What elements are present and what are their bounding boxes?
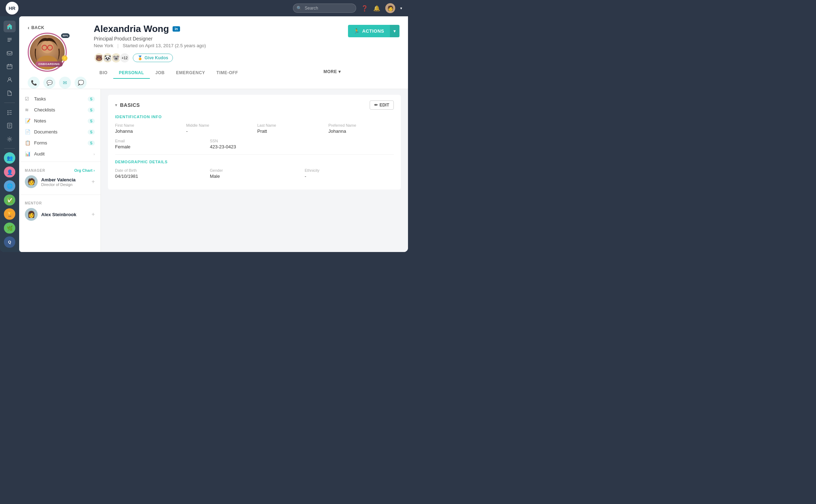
- panel-item-notes[interactable]: 📝 Notes 5: [19, 115, 100, 126]
- tab-personal[interactable]: PERSONAL: [113, 67, 150, 79]
- bell-icon[interactable]: 🔔: [373, 5, 380, 12]
- edit-button[interactable]: ✏ EDIT: [370, 100, 394, 110]
- tasks-icon: ☑: [25, 96, 31, 102]
- svg-point-19: [9, 138, 11, 140]
- sidebar-item-quiz[interactable]: Q: [4, 236, 15, 248]
- tab-job[interactable]: JOB: [150, 67, 170, 79]
- manager-info: Amber Valencia Director of Design: [41, 177, 88, 187]
- main-container: 👥 👤 🌐 ✅ 🏆 🌿 Q ‹ BACK: [0, 16, 408, 252]
- back-button[interactable]: ‹ BACK: [28, 23, 87, 31]
- section-chevron-icon[interactable]: ▾: [115, 103, 117, 108]
- run-icon: 🏃: [354, 28, 360, 34]
- svg-rect-0: [7, 38, 12, 39]
- tab-timeoff[interactable]: TIME-OFF: [211, 67, 244, 79]
- sidebar-item-team[interactable]: 👥: [4, 152, 15, 164]
- panel-item-documents[interactable]: 📄 Documents 5: [19, 126, 100, 137]
- sidebar-item-home[interactable]: [4, 21, 16, 32]
- message-icon[interactable]: 💭: [75, 77, 87, 89]
- notes-icon: 📝: [25, 118, 31, 124]
- actions-group: 🏃 ACTIONS ▾: [348, 25, 400, 37]
- sidebar-divider-2: [4, 148, 15, 149]
- svg-rect-10: [9, 110, 12, 111]
- app-logo: HR: [6, 2, 18, 15]
- chat-icon[interactable]: 💬: [43, 77, 55, 89]
- manager-add-icon[interactable]: +: [92, 179, 95, 185]
- mentor-name: Alex Steinbrook: [41, 212, 88, 217]
- manager-section: MANAGER Org Chart › 🧑 Amber Valencia Dir…: [19, 164, 100, 192]
- name-row: Alexandria Wong in: [94, 23, 341, 34]
- avatar-container: ONBOARDING 90% ⭐: [28, 33, 70, 72]
- org-chart-arrow-icon: ›: [93, 168, 95, 172]
- section-divider: [115, 154, 394, 155]
- body-layout: ☑ Tasks 5 ≋ Checklists 5 📝 Notes 5 📄 Doc…: [19, 89, 408, 252]
- field-dob: Date of Birth 04/10/1981: [115, 168, 204, 179]
- sidebar-item-settings[interactable]: [4, 133, 16, 145]
- panel-item-audit[interactable]: 📊 Audit ›: [19, 148, 100, 159]
- email-icon[interactable]: ✉: [59, 77, 71, 89]
- phone-icon[interactable]: 📞: [28, 77, 40, 89]
- sidebar-item-wellness[interactable]: 🌿: [4, 223, 15, 234]
- demographic-fields: Date of Birth 04/10/1981 Gender Male Eth…: [115, 168, 394, 179]
- svg-rect-1: [7, 39, 12, 40]
- audit-arrow-icon: ›: [93, 152, 95, 156]
- chevron-icon: ▾: [338, 69, 341, 74]
- linkedin-badge[interactable]: in: [173, 26, 180, 32]
- tab-emergency[interactable]: EMERGENCY: [170, 67, 211, 79]
- sidebar-item-files[interactable]: [4, 87, 16, 99]
- sidebar-item-tasks[interactable]: [4, 34, 16, 45]
- svg-rect-9: [7, 110, 9, 111]
- profile-tabs: BIO PERSONAL JOB EMERGENCY TIME-OFF MORE…: [94, 67, 341, 79]
- sidebar-item-global[interactable]: 🌐: [4, 180, 15, 192]
- sidebar-item-lists[interactable]: [4, 106, 16, 118]
- emoji-count: +12: [119, 53, 130, 63]
- svg-rect-14: [9, 114, 12, 115]
- mentor-info: Alex Steinbrook: [41, 212, 88, 217]
- panel-divider: [19, 161, 100, 162]
- svg-rect-13: [7, 114, 9, 115]
- mentor-avatar: 👩: [25, 208, 38, 221]
- profile-info: Alexandria Wong in Principal Product Des…: [94, 22, 341, 79]
- audit-icon: 📊: [25, 151, 31, 157]
- svg-point-8: [9, 78, 11, 80]
- content-area: ‹ BACK: [19, 16, 408, 252]
- chevron-down-icon[interactable]: ▾: [400, 6, 402, 11]
- sidebar-item-inbox[interactable]: [4, 47, 16, 59]
- manager-name: Amber Valencia: [41, 177, 88, 182]
- star-badge: ⭐: [62, 55, 67, 61]
- actions-button[interactable]: 🏃 ACTIONS: [348, 25, 390, 37]
- section-title: BASICS: [120, 102, 140, 108]
- mentor-add-icon[interactable]: +: [92, 211, 95, 218]
- svg-rect-4: [7, 65, 12, 69]
- field-gender: Gender Male: [210, 168, 299, 179]
- actions-dropdown-button[interactable]: ▾: [390, 25, 399, 37]
- avatar[interactable]: 🧑: [385, 3, 395, 13]
- identification-fields-2: Email Female SSN 423-23-0423: [115, 139, 394, 149]
- sidebar-item-profile[interactable]: 👤: [4, 166, 15, 178]
- action-icons-row: 📞 💬 ✉ 💭: [28, 77, 87, 89]
- panel-item-tasks[interactable]: ☑ Tasks 5: [19, 93, 100, 104]
- manager-header: MANAGER Org Chart ›: [25, 168, 95, 172]
- forms-icon: 📋: [25, 140, 31, 146]
- panel-item-forms[interactable]: 📋 Forms 5: [19, 137, 100, 148]
- sidebar-item-rewards[interactable]: 🏆: [4, 208, 15, 220]
- mentor-row: 👩 Alex Steinbrook +: [25, 208, 95, 221]
- tab-more[interactable]: MORE ▾: [323, 69, 341, 77]
- search-input[interactable]: [293, 4, 356, 13]
- checklists-icon: ≋: [25, 107, 31, 113]
- sidebar-item-calendar[interactable]: [4, 60, 16, 72]
- tab-bio[interactable]: BIO: [94, 67, 113, 79]
- sidebar-divider: [4, 103, 15, 103]
- identification-title: IDENTIFICATION INFO: [115, 115, 394, 119]
- field-first-name: First Name Johanna: [115, 123, 180, 134]
- sidebar-item-documents[interactable]: [4, 120, 16, 131]
- help-icon[interactable]: ❓: [361, 5, 368, 12]
- org-chart-link[interactable]: Org Chart ›: [74, 168, 95, 172]
- job-title: Principal Product Designer: [94, 36, 341, 42]
- right-content: ▾ BASICS ✏ EDIT IDENTIFICATION INFO Firs…: [101, 89, 408, 252]
- manager-role: Director of Design: [41, 182, 88, 187]
- panel-item-checklists[interactable]: ≋ Checklists 5: [19, 104, 100, 115]
- sidebar-item-compliance[interactable]: ✅: [4, 195, 15, 206]
- field-last-name: Last Name Pratt: [257, 123, 323, 134]
- sidebar-item-people[interactable]: [4, 74, 16, 86]
- give-kudos-button[interactable]: 🏅 Give Kudos: [133, 54, 173, 62]
